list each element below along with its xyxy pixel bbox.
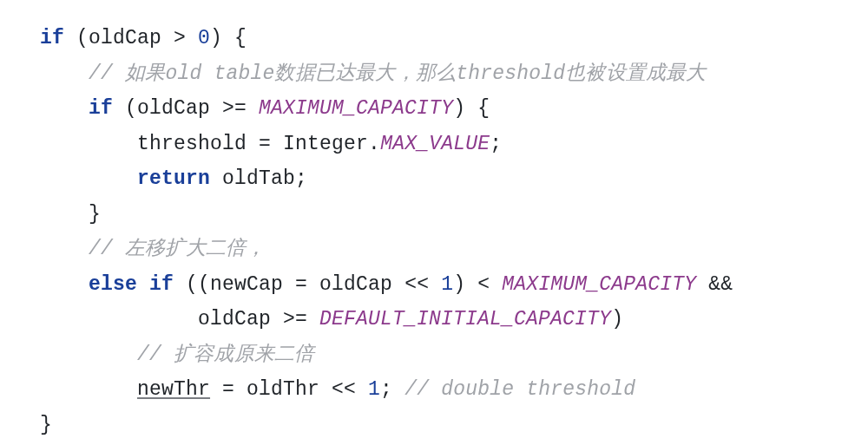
code-token: >= bbox=[210, 97, 259, 120]
code-token: ) bbox=[453, 273, 465, 296]
code-line: } bbox=[40, 414, 52, 436]
code-token: // 左移扩大二倍， bbox=[89, 238, 266, 260]
code-token: // 扩容成原来二倍 bbox=[137, 344, 314, 366]
code-token: } bbox=[89, 203, 101, 226]
code-line: if (oldCap >= MAXIMUM_CAPACITY) { bbox=[40, 97, 490, 120]
code-token: oldThr bbox=[247, 378, 319, 401]
code-token bbox=[174, 273, 186, 296]
code-token: ) bbox=[453, 97, 465, 120]
code-line: if (oldCap > 0) { bbox=[40, 27, 247, 49]
code-token: && bbox=[696, 273, 733, 296]
code-token: if bbox=[40, 27, 64, 49]
code-token: > bbox=[161, 27, 198, 49]
code-token: newThr bbox=[137, 378, 210, 401]
code-token bbox=[113, 97, 125, 120]
code-block: if (oldCap > 0) { // 如果old table数据已达最大，那… bbox=[0, 0, 868, 442]
code-token: ) bbox=[611, 308, 623, 330]
code-token: if bbox=[89, 97, 113, 120]
code-token bbox=[64, 27, 76, 49]
code-token: 1 bbox=[441, 273, 453, 296]
code-token: // 如果old table数据已达最大，那么threshold也被设置成最大 bbox=[89, 62, 707, 85]
code-line: oldCap >= DEFAULT_INITIAL_CAPACITY) bbox=[40, 308, 623, 330]
code-line: newThr = oldThr << 1; // double threshol… bbox=[40, 378, 635, 401]
code-token: oldCap bbox=[137, 97, 210, 120]
code-token: MAXIMUM_CAPACITY bbox=[502, 273, 696, 296]
code-token: Integer bbox=[283, 133, 368, 155]
code-line: threshold = Integer.MAX_VALUE; bbox=[40, 133, 502, 155]
code-token: = bbox=[247, 133, 283, 155]
code-token: << bbox=[319, 378, 368, 401]
code-token: // double threshold bbox=[404, 378, 635, 401]
code-token: oldCap bbox=[198, 308, 271, 330]
code-token: { bbox=[222, 27, 247, 49]
code-token: return bbox=[137, 167, 210, 190]
code-token: ) bbox=[210, 27, 222, 49]
code-token: < bbox=[465, 273, 502, 296]
code-token: } bbox=[40, 414, 52, 436]
code-line: } bbox=[40, 203, 101, 226]
code-token: 0 bbox=[198, 27, 210, 49]
code-token: ( bbox=[76, 27, 89, 49]
code-token: >= bbox=[271, 308, 319, 330]
code-token: { bbox=[465, 97, 490, 120]
code-line: return oldTab; bbox=[40, 167, 307, 190]
code-token: oldTab bbox=[222, 167, 295, 190]
code-token: = bbox=[283, 273, 319, 296]
code-token: = bbox=[210, 378, 247, 401]
code-token: oldCap bbox=[319, 273, 392, 296]
code-token: DEFAULT_INITIAL_CAPACITY bbox=[319, 308, 611, 330]
code-token: else if bbox=[89, 273, 174, 296]
code-token: newCap bbox=[210, 273, 283, 296]
code-line: // 如果old table数据已达最大，那么threshold也被设置成最大 bbox=[40, 62, 707, 85]
code-token: 1 bbox=[368, 378, 380, 401]
code-token: MAX_VALUE bbox=[380, 133, 490, 155]
code-line: // 扩容成原来二倍 bbox=[40, 344, 314, 366]
code-token: MAXIMUM_CAPACITY bbox=[259, 97, 453, 120]
code-token: oldCap bbox=[89, 27, 161, 49]
code-line: // 左移扩大二倍， bbox=[40, 238, 266, 260]
code-token: ; bbox=[380, 378, 404, 401]
code-token: ; bbox=[490, 133, 502, 155]
code-token: . bbox=[368, 133, 380, 155]
code-token: << bbox=[392, 273, 441, 296]
code-line: else if ((newCap = oldCap << 1) < MAXIMU… bbox=[40, 273, 733, 296]
code-token: (( bbox=[186, 273, 210, 296]
code-token bbox=[210, 167, 222, 190]
code-token: ; bbox=[295, 167, 307, 190]
code-token: ( bbox=[125, 97, 137, 120]
code-token: threshold bbox=[137, 133, 247, 155]
